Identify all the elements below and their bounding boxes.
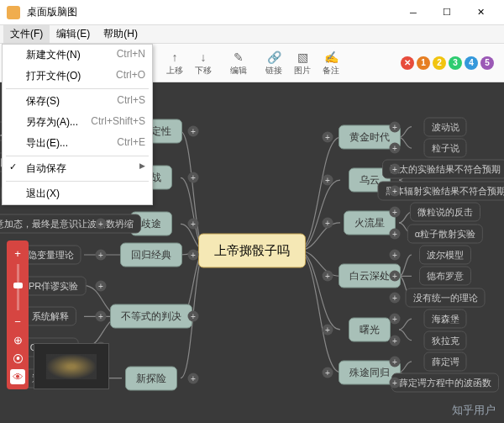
priority-badge-4[interactable]: 4 [465,56,478,70]
expand-icon[interactable]: + [188,250,199,261]
expand-icon[interactable]: + [188,373,199,383]
minimize-button[interactable]: ─ [396,1,430,24]
zoom-fit-button[interactable]: ⊕ [10,332,25,347]
expand-icon[interactable]: + [96,250,107,261]
expand-icon[interactable]: + [390,292,401,303]
branch-node[interactable]: 不等式的判决 [110,304,192,329]
expand-icon[interactable]: + [390,164,401,175]
expand-icon[interactable]: + [390,250,401,261]
expand-icon[interactable]: + [188,172,199,183]
expand-icon[interactable]: + [323,175,333,186]
menu-new-file[interactable]: 新建文件(N)Ctrl+N [3,45,152,66]
zoom-slider[interactable] [17,264,19,310]
menu-save-as[interactable]: 另存为(A)...Ctrl+Shift+S [3,112,152,133]
image-icon: ▧ [295,50,310,65]
leaf-node[interactable]: 微粒说的反击 [410,203,480,222]
menu-edit[interactable]: 编辑(E) [50,25,97,43]
expand-icon[interactable]: + [390,185,401,196]
maximize-button[interactable]: ☐ [430,1,464,24]
window-title: 桌面版脑图 [27,5,396,19]
tool-image[interactable]: ▧图片 [289,48,316,78]
leaf-node[interactable]: 系统解释 [24,307,76,326]
branch-node[interactable]: 火流星 [344,210,396,235]
leaf-node[interactable]: 也进入意加态，最终是意识让波函数坍缩 [0,214,141,234]
priority-badge-0[interactable]: ✕ [401,56,414,70]
chevron-right-icon: ▶ [139,161,145,176]
leaf-node[interactable]: 隐变量理论 [20,246,81,265]
close-button[interactable]: ✕ [464,1,497,24]
zoom-actual-button[interactable]: ⦿ [10,351,25,366]
expand-icon[interactable]: + [323,217,333,228]
menu-exit[interactable]: 退出(X) [3,183,152,204]
menu-help[interactable]: 帮助(H) [97,25,144,43]
edit-icon: ✎ [231,50,246,65]
expand-icon[interactable]: + [390,335,401,346]
expand-icon[interactable]: + [96,280,107,291]
file-dropdown: 新建文件(N)Ctrl+N 打开文件(O)Ctrl+O 保存(S)Ctrl+S … [2,44,153,205]
tool-move-up[interactable]: ↑上移 [161,48,188,78]
leaf-node[interactable]: 粒子说 [424,139,467,158]
leaf-node[interactable]: 德布罗意 [419,267,471,286]
zoom-panel: + − ⊕ ⦿ 👁 [7,241,29,389]
tool-link[interactable]: 🔗链接 [260,48,287,78]
expand-icon[interactable]: + [96,219,107,230]
tool-edit[interactable]: ✎编辑 [225,48,252,78]
expand-icon[interactable]: + [323,367,333,378]
link-icon: 🔗 [266,50,281,65]
app-icon [7,6,20,19]
expand-icon[interactable]: + [390,356,401,367]
priority-badge-5[interactable]: 5 [480,56,494,70]
expand-icon[interactable]: + [390,207,401,218]
leaf-node[interactable]: 薛定谔 [424,352,467,371]
arrow-up-icon: ↑ [167,50,182,65]
expand-icon[interactable]: + [188,126,199,137]
expand-icon[interactable]: + [323,324,333,335]
expand-icon[interactable]: + [390,271,401,282]
leaf-node[interactable]: 海森堡 [424,309,467,329]
expand-icon[interactable]: + [323,132,333,143]
menu-export[interactable]: 导出(E)...Ctrl+E [3,133,152,154]
toggle-minimap-button[interactable]: 👁 [10,369,25,384]
menu-file[interactable]: 文件(F) [3,25,50,43]
leaf-node[interactable]: 波动说 [424,117,467,136]
priority-badge-3[interactable]: 3 [449,56,462,70]
expand-icon[interactable]: + [390,121,401,132]
leaf-node[interactable]: 薛定谔方程中的波函数 [391,373,499,393]
leaf-node[interactable]: 狄拉克 [424,330,467,350]
expand-icon[interactable]: + [390,228,401,239]
tool-move-down[interactable]: ↓下移 [190,48,217,78]
priority-badge-1[interactable]: 1 [417,56,430,70]
branch-node[interactable]: 回归经典 [120,243,182,267]
zoom-in-button[interactable]: + [10,246,25,261]
expand-icon[interactable]: + [188,311,199,322]
expand-icon[interactable]: + [390,314,401,325]
menu-autosave[interactable]: ✓自动保存▶ [3,158,152,179]
check-icon: ✓ [9,161,17,172]
expand-icon[interactable]: + [188,219,199,230]
branch-node[interactable]: 曙光 [349,317,391,341]
menu-save[interactable]: 保存(S)Ctrl+S [3,91,152,112]
leaf-node[interactable]: α粒子散射实验 [407,224,483,243]
leaf-node[interactable]: 波尔模型 [419,246,471,265]
zoom-out-button[interactable]: − [10,314,25,329]
leaf-node[interactable]: 没有统一的理论 [406,288,486,307]
priority-badge-2[interactable]: 2 [433,56,446,70]
expand-icon[interactable]: + [96,311,107,322]
tool-note[interactable]: ✍备注 [318,48,344,78]
priority-badges: ✕12345 [401,56,494,70]
note-icon: ✍ [323,50,339,65]
expand-icon[interactable]: + [390,378,401,389]
arrow-down-icon: ↓ [196,50,211,65]
watermark: 知乎用户 [452,403,496,418]
leaf-node[interactable]: 以太的实验结果不符合预期 [382,160,504,179]
minimap[interactable] [34,343,109,389]
expand-icon[interactable]: + [323,271,333,282]
branch-node[interactable]: 新探险 [125,366,177,390]
expand-icon[interactable]: + [390,143,401,154]
menu-open-file[interactable]: 打开文件(O)Ctrl+O [3,66,152,87]
root-node[interactable]: 上帝掷骰子吗 [198,234,306,268]
